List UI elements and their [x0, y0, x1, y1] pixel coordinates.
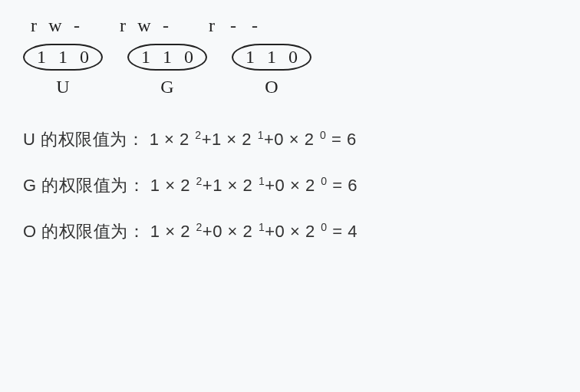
perm-group-o-label: O	[232, 77, 311, 97]
bit-cell: 1	[135, 47, 157, 68]
perm-char: -	[66, 15, 87, 36]
bits-oval: 1 1 0	[23, 44, 103, 71]
exp: 2	[196, 221, 203, 233]
permission-bits-row: 1 1 0 1 1 0 1 1 0	[23, 44, 557, 71]
perm-group-g-chars: r w -	[112, 15, 176, 36]
coef: 1	[150, 176, 160, 195]
base: 2	[305, 130, 315, 149]
formula-prefix: G 的权限值为：	[23, 176, 145, 195]
exp: 0	[321, 175, 327, 187]
bits-oval: 1 1 0	[127, 44, 207, 71]
result: 6	[348, 176, 358, 195]
base: 2	[243, 176, 253, 195]
permission-labels-row: U G O	[23, 77, 557, 97]
coef: 0	[213, 222, 222, 241]
bits-oval: 1 1 0	[232, 44, 311, 71]
perm-char: -	[155, 15, 176, 36]
permission-chars-row: r w - r w - r - -	[23, 15, 557, 36]
exp: 1	[259, 221, 265, 233]
perm-char: r	[112, 15, 133, 36]
exp: 0	[321, 221, 327, 233]
perm-char: w	[133, 15, 155, 36]
result: 4	[348, 222, 358, 241]
base: 2	[242, 130, 252, 149]
bit-cell: 1	[52, 47, 74, 68]
perm-group-o-chars: r - -	[201, 15, 265, 36]
perm-group-o-bits: 1 1 0	[232, 44, 311, 71]
coef: 1	[150, 222, 160, 241]
permission-diagram: r w - r w - r - - 1 1 0 1 1 0	[23, 15, 557, 97]
formula-math: 1 × 2 2+1 × 2 1+0 × 2 0 = 6	[150, 176, 358, 195]
perm-group-g-label: G	[127, 77, 207, 97]
perm-group-u-chars: r w -	[23, 15, 87, 36]
coef: 1	[213, 176, 222, 195]
group-label: U	[56, 77, 69, 97]
bit-cell: 1	[261, 47, 282, 68]
formula-line-g: G 的权限值为： 1 × 2 2+1 × 2 1+0 × 2 0 = 6	[23, 174, 557, 197]
exp: 1	[258, 129, 264, 141]
exp: 1	[259, 175, 265, 187]
formula-math: 1 × 2 2+1 × 2 1+0 × 2 0 = 6	[150, 130, 357, 149]
bit-cell: 1	[31, 47, 52, 68]
coef: 0	[274, 130, 284, 149]
base: 2	[180, 176, 190, 195]
coef: 0	[275, 222, 285, 241]
coef: 1	[150, 130, 160, 149]
formula-math: 1 × 2 2+0 × 2 1+0 × 2 0 = 4	[150, 222, 358, 241]
formula-line-o: O 的权限值为： 1 × 2 2+0 × 2 1+0 × 2 0 = 4	[23, 220, 557, 243]
perm-char: -	[244, 15, 265, 36]
base: 2	[305, 176, 315, 195]
base: 2	[305, 222, 315, 241]
bit-cell: 1	[157, 47, 178, 68]
bit-cell: 1	[239, 47, 261, 68]
base: 2	[180, 222, 190, 241]
base: 2	[180, 130, 189, 149]
group-label: O	[265, 77, 278, 97]
perm-char: r	[201, 15, 222, 36]
formula-line-u: U 的权限值为： 1 × 2 2+1 × 2 1+0 × 2 0 = 6	[23, 128, 557, 151]
result: 6	[347, 130, 357, 149]
group-label: G	[160, 77, 173, 97]
base: 2	[243, 222, 253, 241]
exp: 2	[195, 129, 201, 141]
perm-char: r	[23, 15, 44, 36]
exp: 2	[196, 175, 203, 187]
perm-char: w	[44, 15, 66, 36]
bit-cell: 0	[74, 47, 95, 68]
bit-cell: 0	[178, 47, 199, 68]
coef: 0	[275, 176, 285, 195]
formula-prefix: O 的权限值为：	[23, 222, 145, 241]
perm-group-g-bits: 1 1 0	[127, 44, 207, 71]
bit-cell: 0	[282, 47, 304, 68]
formula-prefix: U 的权限值为：	[23, 130, 144, 149]
perm-group-u-label: U	[23, 77, 103, 97]
exp: 0	[320, 129, 326, 141]
formula-block: U 的权限值为： 1 × 2 2+1 × 2 1+0 × 2 0 = 6 G 的…	[23, 128, 557, 243]
coef: 1	[212, 130, 222, 149]
perm-char: -	[222, 15, 244, 36]
perm-group-u-bits: 1 1 0	[23, 44, 103, 71]
